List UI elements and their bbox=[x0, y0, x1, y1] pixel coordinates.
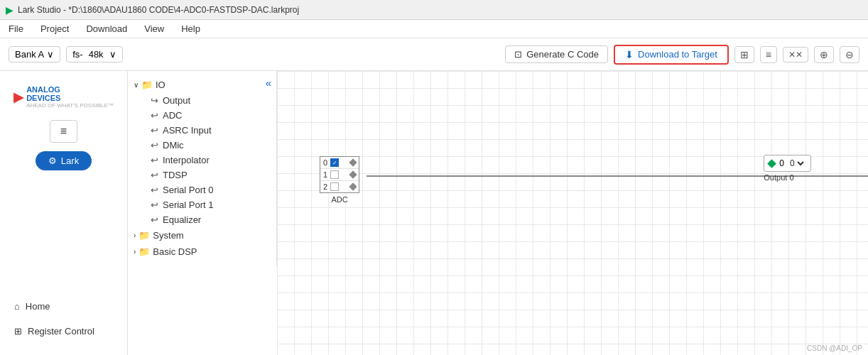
add-icon-button[interactable]: ⊞ bbox=[734, 46, 754, 63]
generate-c-code-button[interactable]: ⊡ Generate C Code bbox=[505, 45, 608, 63]
watermark: CSDN @ADI_OP bbox=[807, 344, 862, 352]
tree-item-output[interactable]: ↪ Output bbox=[128, 93, 276, 108]
serial0-icon: ↩ bbox=[151, 185, 158, 195]
port-0-checkbox[interactable]: ✓ bbox=[330, 158, 339, 167]
dmic-icon: ↩ bbox=[151, 140, 158, 151]
logo: ▶ ANALOG DEVICES AHEAD OF WHAT'S POSSIBL… bbox=[5, 80, 122, 111]
home-label: Home bbox=[26, 301, 50, 312]
port-1-diamond bbox=[349, 170, 357, 178]
logo-line1: ANALOG bbox=[26, 85, 114, 94]
tree-item-equalizer[interactable]: ↩ Equalizer bbox=[128, 212, 276, 227]
port-0-diamond bbox=[349, 158, 357, 166]
asrc-label: ASRC Input bbox=[163, 125, 212, 136]
menu-download[interactable]: Download bbox=[83, 22, 130, 36]
list-icon-button[interactable]: ≡ bbox=[760, 46, 777, 63]
title-bar-icon: ▶ bbox=[6, 4, 13, 16]
sidebar-bottom: ⌂ Home ⊞ Register Control bbox=[0, 291, 127, 346]
port-1-num: 1 bbox=[323, 170, 327, 179]
title-bar: ▶ Lark Studio - *D:\1860\ADAU1860 CODE\4… bbox=[0, 0, 868, 20]
system-section-header[interactable]: › 📁 System bbox=[128, 227, 276, 244]
tree-item-interpolator[interactable]: ↩ Interpolator bbox=[128, 153, 276, 168]
fs-label: fs- bbox=[72, 49, 82, 60]
output-select[interactable]: 0 1 2 3 bbox=[787, 158, 806, 169]
tdsp-icon: ↩ bbox=[151, 170, 158, 180]
download-label: Download to Target bbox=[638, 49, 717, 60]
menu-project[interactable]: Project bbox=[38, 22, 72, 36]
tree-item-tdsp[interactable]: ↩ TDSP bbox=[128, 168, 276, 182]
generate-label: Generate C Code bbox=[526, 49, 599, 60]
tree-item-serial-port-0[interactable]: ↩ Serial Port 0 bbox=[128, 182, 276, 197]
zoom-out-button[interactable]: ⊖ bbox=[840, 46, 859, 63]
basic-dsp-arrow: › bbox=[134, 248, 136, 256]
port-1-checkbox[interactable] bbox=[330, 170, 339, 179]
zoom-in-button[interactable]: ⊕ bbox=[814, 46, 834, 63]
download-icon: ⬇ bbox=[625, 49, 634, 60]
tree-panel: ∨ 📁 IO ↪ Output ↩ ADC ↩ ASRC Input ↩ DMi… bbox=[128, 71, 277, 266]
serial0-label: Serial Port 0 bbox=[163, 185, 214, 195]
io-section-header[interactable]: ∨ 📁 IO bbox=[128, 77, 276, 93]
close-icon-button[interactable]: ✕✕ bbox=[783, 47, 808, 62]
tree-item-serial-port-1[interactable]: ↩ Serial Port 1 bbox=[128, 197, 276, 212]
system-folder-icon: 📁 bbox=[139, 230, 150, 241]
output-value: 0 bbox=[779, 158, 784, 168]
bank-label: Bank A bbox=[15, 49, 44, 60]
home-icon: ⌂ bbox=[14, 301, 20, 312]
system-arrow: › bbox=[134, 231, 136, 239]
adc-block-inner: 0 ✓ 1 2 bbox=[320, 156, 359, 193]
asrc-icon: ↩ bbox=[151, 125, 158, 136]
collapse-button[interactable]: « bbox=[260, 74, 277, 92]
toolbar: Bank A ∨ fs- 48k ∨ ⊡ Generate C Code ⬇ D… bbox=[0, 38, 868, 71]
basic-dsp-folder-icon: 📁 bbox=[139, 246, 150, 257]
generate-icon: ⊡ bbox=[514, 49, 522, 60]
port-2-num: 2 bbox=[323, 182, 327, 191]
adc-port-0: 0 ✓ bbox=[320, 157, 359, 169]
tree-item-dmic[interactable]: ↩ DMic bbox=[128, 138, 276, 153]
menu-bar: File Project Download View Help bbox=[0, 20, 868, 38]
menu-view[interactable]: View bbox=[141, 22, 167, 36]
port-0-num: 0 bbox=[323, 158, 327, 167]
output-block-inner: 0 0 1 2 3 bbox=[764, 155, 811, 172]
sidebar: ▶ ANALOG DEVICES AHEAD OF WHAT'S POSSIBL… bbox=[0, 71, 128, 355]
bank-arrow: ∨ bbox=[47, 49, 54, 60]
menu-help[interactable]: Help bbox=[178, 22, 203, 36]
output-left-diamond bbox=[767, 159, 776, 168]
io-label: IO bbox=[156, 80, 166, 90]
adc-label: ADC bbox=[163, 110, 182, 121]
fs-arrow: ∨ bbox=[109, 49, 116, 60]
menu-file[interactable]: File bbox=[6, 22, 26, 36]
tree-item-adc[interactable]: ↩ ADC bbox=[128, 108, 276, 123]
equalizer-icon: ↩ bbox=[151, 214, 158, 225]
sidebar-menu-button[interactable]: ≡ bbox=[50, 120, 77, 143]
fs-select[interactable]: fs- 48k ∨ bbox=[66, 46, 122, 62]
system-label: System bbox=[153, 230, 183, 241]
io-folder-icon: 📁 bbox=[141, 80, 153, 90]
download-to-target-button[interactable]: ⬇ Download to Target bbox=[614, 45, 729, 65]
collapse-area: « bbox=[260, 77, 277, 89]
register-label: Register Control bbox=[28, 326, 94, 337]
adc-icon: ↩ bbox=[151, 110, 158, 121]
logo-play-icon: ▶ bbox=[13, 89, 23, 105]
main-layout: ▶ ANALOG DEVICES AHEAD OF WHAT'S POSSIBL… bbox=[0, 71, 868, 355]
bank-select[interactable]: Bank A ∨ bbox=[9, 46, 60, 62]
tree-panel-wrap: ∨ 📁 IO ↪ Output ↩ ADC ↩ ASRC Input ↩ DMi… bbox=[128, 71, 277, 355]
fs-value: 48k bbox=[89, 49, 104, 60]
interpolator-label: Interpolator bbox=[163, 155, 210, 165]
logo-tagline: AHEAD OF WHAT'S POSSIBLE™ bbox=[26, 102, 114, 109]
sidebar-item-register-control[interactable]: ⊞ Register Control bbox=[9, 322, 119, 341]
port-2-checkbox[interactable] bbox=[330, 182, 339, 191]
port-2-diamond bbox=[349, 182, 357, 190]
lark-button[interactable]: ⚙ Lark bbox=[36, 151, 92, 170]
title-bar-text: Lark Studio - *D:\1860\ADAU1860 CODE\4-A… bbox=[18, 5, 299, 15]
tree-item-asrc-input[interactable]: ↩ ASRC Input bbox=[128, 123, 276, 138]
adc-block[interactable]: 0 ✓ 1 2 ADC bbox=[320, 156, 359, 204]
register-icon: ⊞ bbox=[14, 326, 22, 337]
basic-dsp-section-header[interactable]: › 📁 Basic DSP bbox=[128, 244, 276, 260]
sidebar-item-home[interactable]: ⌂ Home bbox=[9, 297, 119, 316]
output-icon: ↪ bbox=[151, 95, 158, 106]
adc-port-1: 1 bbox=[320, 169, 359, 181]
lark-icon: ⚙ bbox=[48, 155, 57, 166]
io-arrow: ∨ bbox=[134, 81, 139, 89]
canvas-grid bbox=[277, 71, 868, 355]
output-block[interactable]: 0 0 1 2 3 Output 0 bbox=[764, 155, 811, 182]
lark-label: Lark bbox=[61, 155, 79, 166]
